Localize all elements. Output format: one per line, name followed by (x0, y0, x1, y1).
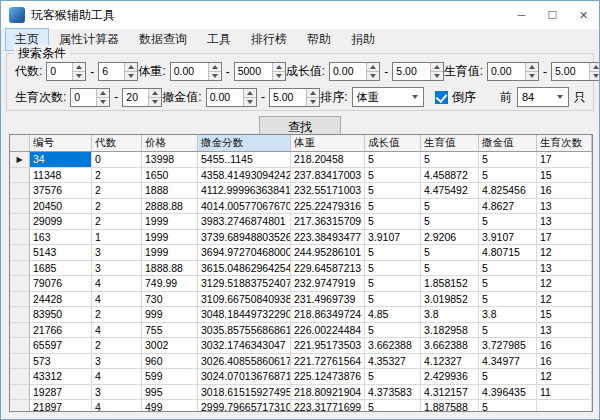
cell[interactable]: 2.429936 (421, 369, 479, 385)
cell[interactable]: 218.20458 (291, 152, 365, 168)
cell[interactable]: 5 (365, 214, 421, 230)
cell[interactable]: 65597 (30, 338, 92, 354)
cell[interactable]: 4.8627 (479, 199, 537, 215)
cell[interactable]: 237.83417003 (291, 168, 365, 184)
spinner-up-icon[interactable] (367, 63, 379, 72)
cell[interactable]: 3.727985 (479, 338, 537, 354)
cell[interactable]: 13 (537, 199, 592, 215)
spinner-up-icon[interactable] (307, 89, 319, 98)
cell[interactable]: 5 (479, 276, 537, 292)
cell[interactable]: 3018.6151592749577 (198, 385, 291, 401)
table-row[interactable]: 37576218884112.9999636384155232.55171003… (10, 183, 592, 199)
cell[interactable]: 730 (142, 292, 198, 308)
cell[interactable]: 5 (365, 369, 421, 385)
generation-min-spinner[interactable]: 0 (46, 62, 86, 81)
table-row[interactable]: 2442847303109.6675084093845231.496973953… (10, 292, 592, 308)
cell[interactable]: 3 (92, 245, 142, 261)
cell[interactable]: 3 (92, 354, 142, 370)
cell[interactable]: 225.22479316 (291, 199, 365, 215)
table-row[interactable]: 8395029993048.1844973229044218.863497244… (10, 307, 592, 323)
cell[interactable]: 4 (92, 292, 142, 308)
cell[interactable]: 5 (365, 292, 421, 308)
cell[interactable]: 1888.88 (142, 261, 198, 277)
cell[interactable]: 4 (92, 369, 142, 385)
chevron-down-icon[interactable] (407, 88, 423, 106)
cell[interactable]: 13 (537, 261, 592, 277)
cell[interactable]: 3739.6894880352697 (198, 230, 291, 246)
table-row[interactable]: 57339603026.40855860617221.727615644.353… (10, 354, 592, 370)
cell[interactable] (537, 400, 592, 412)
cell[interactable]: 3 (92, 385, 142, 401)
cell[interactable]: 2 (92, 214, 142, 230)
cell[interactable]: 5 (365, 400, 421, 412)
cell[interactable]: 5 (479, 261, 537, 277)
cell[interactable]: 244.95286101 (291, 245, 365, 261)
cell[interactable]: 5 (365, 183, 421, 199)
cell[interactable]: 1999 (142, 230, 198, 246)
cell[interactable]: 5143 (30, 245, 92, 261)
cell[interactable]: 3615.04862964254 (198, 261, 291, 277)
minimize-icon[interactable]: ─ (506, 1, 537, 29)
cell[interactable]: 1999 (142, 214, 198, 230)
reverse-order-checkbox[interactable] (435, 91, 448, 104)
cell[interactable]: 225.12473876 (291, 369, 365, 385)
spinner-up-icon[interactable] (431, 63, 443, 72)
table-row[interactable]: 163119993739.6894880352697223.384934773.… (10, 230, 592, 246)
cell[interactable]: 13 (537, 323, 592, 339)
cell[interactable]: 34 (30, 152, 92, 168)
cell[interactable]: 4.80715 (479, 245, 537, 261)
spinner-up-icon[interactable] (244, 89, 256, 98)
cell[interactable]: 232.55171003 (291, 183, 365, 199)
cell[interactable]: 1.858152 (421, 276, 479, 292)
cell[interactable]: 232.9747919 (291, 276, 365, 292)
cell[interactable]: 2 (92, 307, 142, 323)
cell[interactable]: 749.99 (142, 276, 198, 292)
cell[interactable]: 4 (92, 323, 142, 339)
cell[interactable]: 19287 (30, 385, 92, 401)
gold-min-spinner[interactable]: 0.00 (206, 88, 257, 107)
table-row[interactable]: 65597230023032.1746343047221.951735033.6… (10, 338, 592, 354)
spinner-down-icon[interactable] (97, 98, 109, 106)
table-row[interactable]: 2176647553035.85755686861226.0022448453.… (10, 323, 592, 339)
chevron-down-icon[interactable] (552, 88, 568, 106)
column-header-4[interactable]: 撒金分数 (198, 135, 291, 151)
cell[interactable]: 3.9107 (365, 230, 421, 246)
cell[interactable]: 21766 (30, 323, 92, 339)
cell[interactable]: 2 (92, 183, 142, 199)
cell[interactable]: 5 (479, 214, 537, 230)
cell[interactable]: 218.86349724 (291, 307, 365, 323)
cell[interactable]: 4.373583 (365, 385, 421, 401)
cell[interactable]: 999 (142, 307, 198, 323)
cell[interactable]: 4112.9999636384155 (198, 183, 291, 199)
cell[interactable]: 29099 (30, 214, 92, 230)
weight-min-spinner[interactable]: 0.00 (170, 62, 222, 81)
table-row[interactable]: 11348216504358.4149309424256237.83417003… (10, 168, 592, 184)
cell[interactable]: 37576 (30, 183, 92, 199)
cell[interactable]: 4 (92, 276, 142, 292)
cell[interactable]: 573 (30, 354, 92, 370)
cell[interactable]: 4.475492 (421, 183, 479, 199)
cell[interactable]: 5 (365, 276, 421, 292)
cell[interactable]: 24428 (30, 292, 92, 308)
cell[interactable]: 1650 (142, 168, 198, 184)
top-count-combobox[interactable]: 84 (517, 87, 569, 107)
cell[interactable]: 5 (365, 199, 421, 215)
cell[interactable]: 4.396435 (479, 385, 537, 401)
cell[interactable]: 5 (365, 152, 421, 168)
cell[interactable]: 3.662388 (365, 338, 421, 354)
cell[interactable]: 163 (30, 230, 92, 246)
cell[interactable]: 1.887588 (421, 400, 479, 412)
cell[interactable]: 5 (365, 323, 421, 339)
close-icon[interactable]: ✕ (568, 1, 599, 29)
cell[interactable]: 3032.1746343047 (198, 338, 291, 354)
column-header-5[interactable]: 体重 (291, 135, 365, 151)
cell[interactable]: 16 (537, 338, 592, 354)
cell[interactable]: 15 (537, 307, 592, 323)
column-header-7[interactable]: 生育值 (421, 135, 479, 151)
cell[interactable]: 83950 (30, 307, 92, 323)
cell[interactable]: 3 (92, 261, 142, 277)
cell[interactable]: 2 (92, 199, 142, 215)
cell[interactable]: 15 (537, 168, 592, 184)
table-row[interactable]: 1928739953018.6151592749577218.809219044… (10, 385, 592, 401)
cell[interactable]: 3694.9727046800016 (198, 245, 291, 261)
